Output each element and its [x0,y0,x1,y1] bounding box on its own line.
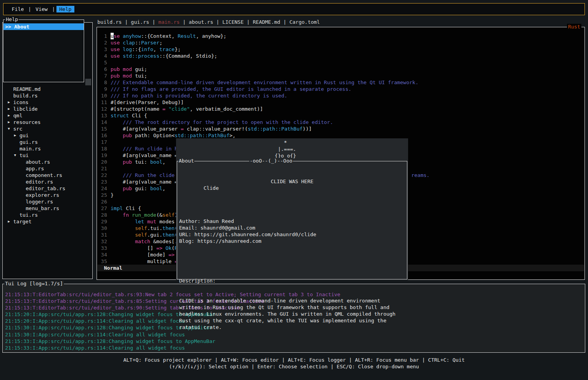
line-number: 8 [97,79,107,86]
help-dropdown-menu: Help >> About [3,19,84,82]
tree-item-label: build.rs [13,92,38,99]
line-number: 3 [97,46,107,53]
tree-item-editor-rs[interactable]: editor.rs [3,179,92,185]
menu-file[interactable]: File [9,6,26,12]
app-name: Clide [204,185,219,191]
file-indent [20,179,26,185]
line-number: 28 [97,212,107,218]
line-number: 12 [97,106,107,112]
folder-closed-icon: ▶ [8,112,13,119]
line-number: 23 [97,179,107,185]
tab-gui-rs[interactable]: gui.rs [131,19,149,26]
code-line-13: 13struct Cli { [97,112,584,119]
tree-item-label: explorer.rs [26,192,59,198]
ascii-art: * |.===. {}o o{} [275,139,296,159]
ascii-art-feet: -ooO--(_)--Ooo [249,158,293,164]
file-indent [14,139,19,145]
line-number: 35 [97,258,107,265]
file-tree[interactable]: README.mdbuild.rs▶icons▶libclide▶qml▶res… [3,86,92,225]
line-number: 10 [97,92,107,99]
menu-separator: | [26,6,33,12]
tab-cargo-toml[interactable]: Cargo.toml [289,19,320,26]
keybinding-help-line-1: ALT+Q: Focus project explorer | ALT+W: F… [0,357,588,363]
tree-item-icons[interactable]: ▶icons [3,99,92,106]
tree-item-tui-rs[interactable]: tui.rs [3,212,92,218]
folder-closed-icon: ▶ [8,99,13,106]
tab-readme-md[interactable]: README.md [253,19,280,26]
about-field: Blog: https://shaunreed.com [179,238,405,244]
tree-item-component-rs[interactable]: component.rs [3,172,92,179]
tab-separator: | [280,19,289,26]
menu-separator: | [50,6,56,12]
tree-item-label: main.rs [19,145,41,152]
about-description-line: headless Linux environments. The GUI is … [179,311,405,317]
about-description-line: ratatui crate. [179,324,405,331]
tree-item-label: editor_tab.rs [26,185,65,192]
tree-item-main-rs[interactable]: main.rs [3,145,92,152]
folder-closed-icon: ▶ [8,106,13,112]
folder-closed-icon: ▶ [14,132,19,139]
menu-view[interactable]: View [33,6,50,12]
tui-log-title: Tui Log [log=1.7/s] [4,281,64,286]
about-field: URL: https://git.shaunreed.com/shaunrd0/… [179,231,405,238]
tree-item-gui[interactable]: ▶gui [3,132,92,139]
tab-main-rs[interactable]: main.rs [158,19,180,26]
code-line-5: 5 [97,59,584,66]
code-line-12: 12#[structopt(name = "clide", verbatim_d… [97,106,584,112]
tab-build-rs[interactable]: build.rs [97,19,122,26]
line-number: 25 [97,192,107,198]
tree-item-logger-rs[interactable]: logger.rs [3,198,92,205]
code-line-14: 14 /// The root directory for the projec… [97,119,584,125]
code-line-10: 10/// If no path is provided, the curren… [97,92,584,99]
line-number: 24 [97,185,107,192]
code-line-6: 6pub mod gui; [97,66,584,72]
explorer-scrollbar-thumb[interactable] [85,79,91,85]
file-indent [20,198,26,205]
tree-item-about-rs[interactable]: about.rs [3,159,92,165]
tree-item-editor-tab-rs[interactable]: editor_tab.rs [3,185,92,192]
line-number: 29 [97,218,107,225]
tree-item-src[interactable]: ▼src [3,125,92,132]
line-number: 5 [97,59,107,66]
tab-separator: | [149,19,158,26]
line-number: 31 [97,232,107,238]
tree-item-target[interactable]: ▶target [3,218,92,225]
about-description: CLIDE is an extendable command-line driv… [179,297,405,331]
file-indent [8,92,13,99]
tree-item-label: component.rs [26,172,62,179]
tree-item-resources[interactable]: ▶resources [3,119,92,125]
code-line-3: 3use log::{info, trace}; [97,46,584,53]
line-number: 22 [97,172,107,179]
tree-item-menu-bar-rs[interactable]: menu_bar.rs [3,205,92,212]
line-number: 18 [97,145,107,152]
tab-license[interactable]: LICENSE [222,19,244,26]
about-fields: Author: Shaun ReedEmail: shaunrd0@gmail.… [179,218,405,244]
tree-item-explorer-rs[interactable]: explorer.rs [3,192,92,198]
tree-item-build-rs[interactable]: build.rs [3,92,92,99]
tree-item-label: editor.rs [26,179,53,185]
tree-item-libclide[interactable]: ▶libclide [3,106,92,112]
tree-item-label: app.rs [26,165,44,172]
tree-item-label: about.rs [26,159,50,165]
tree-item-tui[interactable]: ▼tui [3,152,92,159]
line-number: 14 [97,119,107,125]
tree-item-readme-md[interactable]: README.md [3,86,92,92]
tree-item-qml[interactable]: ▶qml [3,112,92,119]
tree-item-gui-rs[interactable]: gui.rs [3,139,92,145]
menu-item-about[interactable]: >> About [4,23,84,30]
tab-separator: | [213,19,222,26]
code-line-15: 15 #[arg(value_parser = clap::value_pars… [97,125,584,132]
file-indent [20,205,26,212]
line-number: 7 [97,72,107,79]
file-indent [20,159,26,165]
file-indent [20,172,26,179]
tab-about-rs[interactable]: about.rs [189,19,213,26]
tree-item-label: README.md [13,86,40,92]
about-description-line: CLIDE is an extendable command-line driv… [179,297,405,304]
tree-item-app-rs[interactable]: app.rs [3,165,92,172]
code-line-16: 16 pub path: Option<std::path::PathBuf>, [97,132,584,139]
line-number: 26 [97,198,107,205]
line-number: 4 [97,53,107,59]
line-number: 19 [97,152,107,159]
menu-help[interactable]: Help [56,6,74,12]
